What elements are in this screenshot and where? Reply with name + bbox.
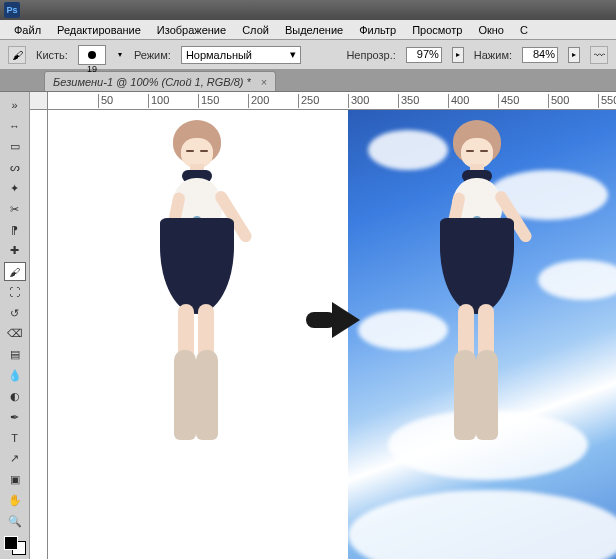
ruler-tick: 550 xyxy=(598,94,616,108)
crop-tool[interactable]: ✂ xyxy=(4,200,26,219)
ruler-tick: 100 xyxy=(148,94,169,108)
brush-size-value: 19 xyxy=(87,64,97,74)
ruler-corner xyxy=(30,92,48,110)
foreground-swatch[interactable] xyxy=(4,536,18,550)
ruler-vertical[interactable] xyxy=(30,110,48,559)
chevron-down-icon[interactable]: ▾ xyxy=(116,50,124,59)
ruler-tick: 400 xyxy=(448,94,469,108)
document-tab[interactable]: Безимени-1 @ 100% (Слой 1, RGB/8) * × xyxy=(44,71,276,91)
chevron-down-icon: ▾ xyxy=(290,48,296,61)
menu-view[interactable]: Просмотр xyxy=(404,22,470,38)
menu-edit[interactable]: Редактирование xyxy=(49,22,149,38)
menu-file[interactable]: Файл xyxy=(6,22,49,38)
ruler-tick: 150 xyxy=(198,94,219,108)
type-tool[interactable]: T xyxy=(4,429,26,448)
brush-tool[interactable]: 🖌 xyxy=(4,262,26,281)
arrow-right-icon xyxy=(306,300,366,340)
hand-tool[interactable]: ✋ xyxy=(4,491,26,510)
ruler-tick: 450 xyxy=(498,94,519,108)
opacity-arrow-icon[interactable]: ▸ xyxy=(452,47,464,63)
ruler-tick: 500 xyxy=(548,94,569,108)
path-tool[interactable]: ↗ xyxy=(4,449,26,468)
lasso-tool[interactable]: ᔕ xyxy=(4,158,26,177)
history-brush-tool[interactable]: ↺ xyxy=(4,304,26,323)
brush-label: Кисть: xyxy=(36,49,68,61)
menu-filter[interactable]: Фильтр xyxy=(351,22,404,38)
move-tool[interactable]: ↔ xyxy=(4,117,26,136)
ruler-tick: 300 xyxy=(348,94,369,108)
close-icon[interactable]: × xyxy=(261,76,267,88)
color-swatches[interactable] xyxy=(4,536,26,554)
pen-tool[interactable]: ✒ xyxy=(4,408,26,427)
app-icon: Ps xyxy=(4,2,20,18)
document-title: Безимени-1 @ 100% (Слой 1, RGB/8) * xyxy=(53,76,251,88)
ruler-tick: 350 xyxy=(398,94,419,108)
airbrush-icon[interactable]: 〰 xyxy=(590,46,608,64)
ruler-tick: 250 xyxy=(298,94,319,108)
dodge-tool[interactable]: ◐ xyxy=(4,387,26,406)
menu-help[interactable]: С xyxy=(512,22,536,38)
zoom-tool[interactable]: 🔍 xyxy=(4,512,26,531)
wand-tool[interactable]: ✦ xyxy=(4,179,26,198)
options-bar: 🖌 Кисть: 19 ▾ Режим: Нормальный ▾ Непроз… xyxy=(0,40,616,70)
shape-tool[interactable]: ▣ xyxy=(4,470,26,489)
eyedropper-tool[interactable]: ⁋ xyxy=(4,221,26,240)
canvas[interactable] xyxy=(48,110,616,559)
mode-label: Режим: xyxy=(134,49,171,61)
stamp-tool[interactable]: ⛶ xyxy=(4,283,26,302)
blur-tool[interactable]: 💧 xyxy=(4,366,26,385)
menu-image[interactable]: Изображение xyxy=(149,22,234,38)
workspace: » ↔ ▭ ᔕ ✦ ✂ ⁋ ✚ 🖌 ⛶ ↺ ⌫ ▤ 💧 ◐ ✒ T ↗ ▣ ✋ … xyxy=(0,92,616,559)
mode-value: Нормальный xyxy=(186,49,252,61)
eraser-tool[interactable]: ⌫ xyxy=(4,325,26,344)
toolbox: » ↔ ▭ ᔕ ✦ ✂ ⁋ ✚ 🖌 ⛶ ↺ ⌫ ▤ 💧 ◐ ✒ T ↗ ▣ ✋ … xyxy=(0,92,30,559)
marquee-tool[interactable]: ▭ xyxy=(4,138,26,157)
ruler-tick: 200 xyxy=(248,94,269,108)
ps-mini-icon: » xyxy=(4,96,26,115)
healing-tool[interactable]: ✚ xyxy=(4,241,26,260)
opacity-label: Непрозр.: xyxy=(346,49,395,61)
opacity-input[interactable]: 97% xyxy=(406,47,442,63)
flow-input[interactable]: 84% xyxy=(522,47,558,63)
title-bar: Ps xyxy=(0,0,616,20)
mode-select[interactable]: Нормальный ▾ xyxy=(181,46,301,64)
menu-select[interactable]: Выделение xyxy=(277,22,351,38)
brush-dot-icon xyxy=(88,51,96,59)
menu-window[interactable]: Окно xyxy=(470,22,512,38)
menu-layer[interactable]: Слой xyxy=(234,22,277,38)
tool-preset-icon[interactable]: 🖌 xyxy=(8,46,26,64)
flow-arrow-icon[interactable]: ▸ xyxy=(568,47,580,63)
brush-preview[interactable]: 19 xyxy=(78,45,106,65)
canvas-area: 50 100 150 200 250 300 350 400 450 500 5… xyxy=(30,92,616,559)
gradient-tool[interactable]: ▤ xyxy=(4,345,26,364)
flow-label: Нажим: xyxy=(474,49,512,61)
ruler-tick: 50 xyxy=(98,94,113,108)
ruler-horizontal[interactable]: 50 100 150 200 250 300 350 400 450 500 5… xyxy=(48,92,616,110)
menu-bar: Файл Редактирование Изображение Слой Выд… xyxy=(0,20,616,40)
